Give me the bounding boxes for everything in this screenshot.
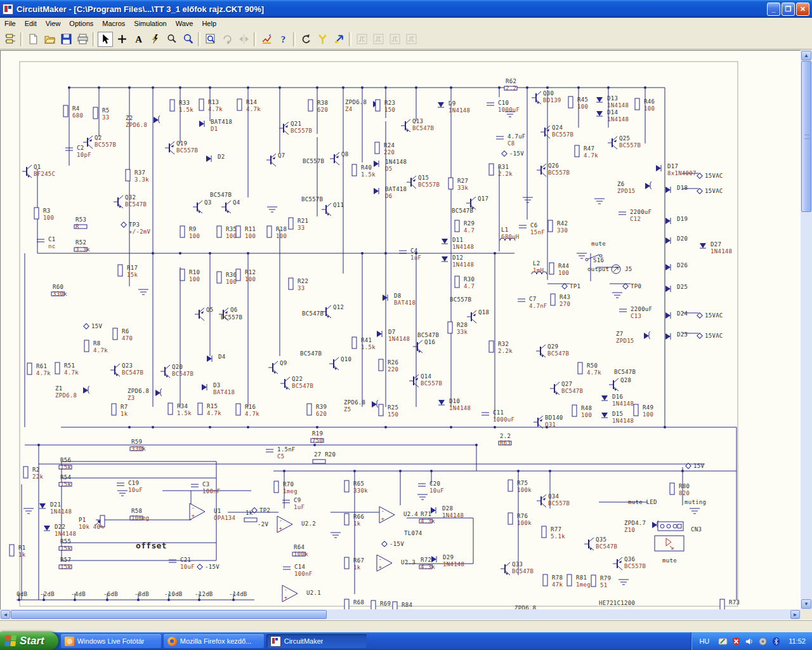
comp-muting[interactable]: muting	[684, 499, 706, 505]
menu-macros[interactable]: Macros	[98, 18, 129, 29]
comp-bc557b[interactable]: BC557B	[301, 196, 323, 202]
start-button[interactable]: Start	[0, 632, 58, 650]
vertical-scrollbar[interactable]: ▲ ▼	[801, 50, 812, 609]
comp-r39[interactable]: R39620	[307, 404, 327, 417]
horizontal-scroll-thumb[interactable]	[11, 610, 327, 619]
comp-bc547b[interactable]: BC547B	[614, 369, 636, 375]
comp--10db[interactable]: -10dB	[164, 591, 183, 597]
device-icon[interactable]	[758, 637, 768, 646]
menu-simulation[interactable]: Simulation	[129, 18, 171, 29]
parts-browser-button[interactable]	[3, 32, 18, 47]
comp-r29[interactable]: R294.7	[455, 220, 475, 234]
comp--8db[interactable]: -8dB	[134, 591, 149, 597]
comp--4db[interactable]: -4dB	[71, 591, 86, 597]
comp-r18[interactable]: R18100	[267, 226, 287, 239]
menu-file[interactable]: File	[0, 18, 20, 29]
comp-bc557b[interactable]: BC557B	[303, 158, 324, 164]
close-button[interactable]: ✕	[796, 3, 809, 16]
comp-mute[interactable]: mute	[591, 241, 606, 247]
comp-r27[interactable]: R2733k	[449, 178, 468, 191]
volume-icon[interactable]	[745, 637, 754, 646]
title-bar[interactable]: CircuitMaker - [C:\Program Files\...\TT …	[0, 0, 812, 18]
zoom-tool-button[interactable]	[180, 32, 195, 47]
menu-options[interactable]: Options	[65, 18, 98, 29]
comp--15v[interactable]: -15V	[502, 150, 524, 157]
scroll-down-icon[interactable]: ▼	[801, 599, 811, 609]
minimize-button[interactable]: _	[767, 3, 780, 16]
comp-offset[interactable]: offset	[136, 541, 167, 550]
comp-r24[interactable]: R24220	[375, 142, 395, 156]
comp-bc557b[interactable]: BC557B	[450, 296, 471, 303]
comp-r57[interactable]: R5715k	[59, 557, 72, 570]
comp--2db[interactable]: -2dB	[40, 591, 55, 597]
comp-bc547b[interactable]: BC547B	[302, 310, 324, 317]
comp-r54[interactable]: R5415k	[59, 474, 72, 488]
comp-r28[interactable]: R2833k	[448, 322, 468, 335]
comp-r25[interactable]: R25150	[379, 404, 398, 418]
comp--2v[interactable]: -2V	[258, 521, 268, 527]
comp-zpd6.8[interactable]: ZPD6.8	[514, 605, 536, 609]
comp-0db[interactable]: 0dB	[16, 591, 27, 597]
menu-view[interactable]: View	[41, 18, 65, 29]
task-mozilla-firefox-kezd-[interactable]: Mozilla Firefox kezdő...	[164, 634, 264, 648]
tablet-pen-icon[interactable]	[718, 637, 728, 646]
zoom-window-button[interactable]	[203, 32, 218, 47]
select-arrow-button[interactable]	[98, 32, 113, 47]
reset-button[interactable]	[298, 32, 313, 47]
comp-r30[interactable]: R304.7	[455, 276, 475, 289]
comp-2.2[interactable]: 2.2R63	[499, 433, 511, 446]
comp-bc547b[interactable]: BC547B	[452, 208, 473, 214]
comp-r35[interactable]: R35100	[217, 226, 237, 239]
place-plus-button[interactable]	[114, 32, 129, 47]
comp--14db[interactable]: -14dB	[229, 591, 247, 597]
save-file-button[interactable]	[58, 32, 74, 47]
comp-15v[interactable]: 15V	[686, 463, 705, 469]
comp-r11[interactable]: R11100	[236, 226, 256, 239]
comp-r80[interactable]: R80820	[670, 483, 690, 496]
comp--6db[interactable]: -6dB	[103, 591, 118, 597]
comp-bc547b[interactable]: BC547B	[417, 332, 439, 338]
comp-r23[interactable]: R23150	[376, 100, 395, 113]
comp-tp1[interactable]: TP1	[562, 283, 580, 289]
comp--15v[interactable]: -15V	[197, 564, 219, 570]
run-simulation-button[interactable]	[331, 32, 346, 47]
scroll-left-icon[interactable]: ◄	[1, 610, 10, 619]
comp-r1[interactable]: R11k	[10, 545, 26, 558]
comp-bc557b[interactable]: BC557B	[221, 314, 242, 321]
probe-tool-button[interactable]	[164, 32, 179, 47]
comp-bc547b[interactable]: BC547B	[300, 350, 322, 357]
language-indicator[interactable]: HU	[699, 637, 709, 645]
comp-15v[interactable]: 15V	[84, 323, 103, 329]
comp-r48[interactable]: R48100	[572, 405, 592, 418]
comp-mute-led[interactable]: mute LED	[628, 499, 657, 505]
comp-r73[interactable]: R73	[720, 599, 740, 609]
menu-edit[interactable]: Edit	[20, 18, 41, 29]
comp-r26[interactable]: R26220	[379, 359, 398, 373]
delete-bolt-button[interactable]	[147, 32, 162, 47]
comp-r69[interactable]: R69	[371, 600, 391, 609]
utility-button[interactable]	[315, 32, 330, 47]
comp-r44[interactable]: R44100	[549, 263, 569, 276]
help-button[interactable]: ?	[275, 32, 291, 47]
comp-r78[interactable]: R7847k	[543, 574, 563, 588]
comp-r56[interactable]: R5615k	[59, 457, 72, 470]
comp-r10[interactable]: R10100	[180, 269, 200, 282]
place-text-button[interactable]: A	[131, 32, 146, 47]
scroll-up-icon[interactable]: ▲	[801, 51, 811, 60]
comp-r43[interactable]: R43270	[551, 294, 570, 307]
comp-r46[interactable]: R46100	[635, 98, 655, 112]
comp-r45[interactable]: R45100	[568, 96, 588, 110]
scroll-right-icon[interactable]: ►	[790, 610, 800, 619]
security-shield-icon[interactable]	[731, 637, 741, 646]
comp-tp2[interactable]: TP2	[252, 507, 270, 514]
wire-mode-button[interactable]	[259, 32, 274, 47]
comp-r68[interactable]: R68	[344, 599, 364, 609]
comp-bc547b[interactable]: BC547B	[210, 192, 232, 198]
comp--12db[interactable]: -12dB	[195, 591, 213, 597]
schematic-canvas[interactable]: R4680R533Z2ZPD6.8Q2BC557BC210pFQ1BF245CR…	[0, 50, 801, 609]
task-windows-live-fot-t-r[interactable]: Windows Live Fotótár	[61, 634, 161, 648]
comp-r36[interactable]: R36100	[217, 272, 237, 285]
horizontal-scrollbar[interactable]: ◄ ►	[0, 609, 801, 620]
comp-tp0[interactable]: TP0	[623, 283, 641, 289]
comp-he721c1200[interactable]: HE721C1200	[599, 600, 635, 606]
